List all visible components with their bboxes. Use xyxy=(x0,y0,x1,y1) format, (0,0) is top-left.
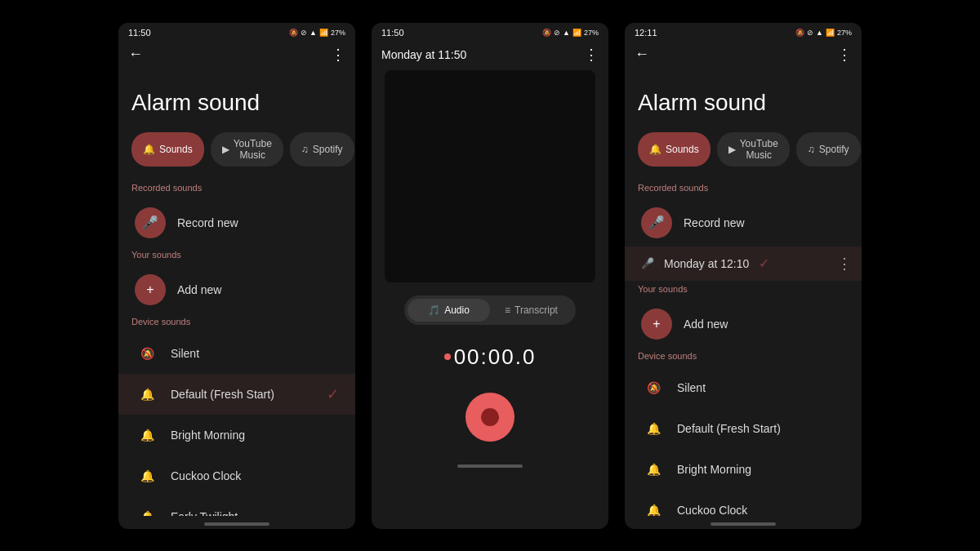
right-silent-label: Silent xyxy=(677,381,706,394)
right-sound-silent[interactable]: 🔕 Silent xyxy=(638,367,849,408)
sounds-tab[interactable]: 🔔 Sounds xyxy=(131,132,204,167)
middle-title: Monday at 11:50 xyxy=(381,48,466,61)
default-bell-icon: 🔔 xyxy=(135,382,159,407)
right-add-new[interactable]: + Add new xyxy=(638,300,849,348)
record-button[interactable] xyxy=(466,393,514,442)
recorded-more-icon[interactable]: ⋮ xyxy=(837,255,852,273)
home-indicator-left xyxy=(118,516,355,529)
right-add-btn[interactable]: + xyxy=(641,309,672,340)
recorded-item-label: Monday at 12:10 xyxy=(664,257,749,270)
add-new-button[interactable]: + xyxy=(135,274,166,305)
recorded-item-row[interactable]: 🎤 Monday at 12:10 ✓ ⋮ xyxy=(625,247,862,281)
recording-dark-area xyxy=(385,70,595,282)
audio-transcript-tabs: 🎵 Audio ≡ Transcript xyxy=(404,295,576,325)
spotify-tab[interactable]: ♫ Spotify xyxy=(290,132,354,167)
transcript-tab[interactable]: ≡ Transcript xyxy=(490,299,572,322)
right-device-sounds-label: Device sounds xyxy=(638,351,849,361)
spotify-icon: ♫ xyxy=(301,144,309,155)
youtube-music-tab[interactable]: ▶ YouTube Music xyxy=(211,132,283,167)
left-status-icons: 🔕 ⊘ ▲ 📶 27% xyxy=(289,29,345,37)
right-youtube-tab[interactable]: ▶ YouTube Music xyxy=(717,132,790,167)
left-status-bar: 11:50 🔕 ⊘ ▲ 📶 27% xyxy=(118,23,355,42)
left-page-title: Alarm sound xyxy=(131,90,342,116)
right-spotify-label: Spotify xyxy=(819,144,849,155)
right-youtube-label: YouTube Music xyxy=(740,138,778,161)
timer-display: 00:00.0 xyxy=(372,344,608,370)
sound-default[interactable]: 🔔 Default (Fresh Start) ✓ xyxy=(118,374,355,415)
right-sound-cuckoo[interactable]: 🔔 Cuckoo Clock xyxy=(638,490,849,516)
right-time: 12:11 xyxy=(635,28,657,38)
back-button[interactable]: ← xyxy=(128,46,143,63)
bright-morning-label: Bright Morning xyxy=(171,429,245,442)
record-new-item[interactable]: 🎤 Record new xyxy=(131,199,342,247)
spotify-tab-label: Spotify xyxy=(313,144,343,155)
audio-tab[interactable]: 🎵 Audio xyxy=(408,299,490,322)
middle-more-button[interactable]: ⋮ xyxy=(584,46,599,64)
left-tab-row: 🔔 Sounds ▶ YouTube Music ♫ Spotify xyxy=(131,132,342,167)
home-bar-right xyxy=(710,522,776,526)
right-sounds-tab[interactable]: 🔔 Sounds xyxy=(638,132,710,167)
right-sound-default[interactable]: 🔔 Default (Fresh Start) xyxy=(638,408,849,449)
sound-bright-morning[interactable]: 🔔 Bright Morning xyxy=(131,415,342,455)
your-sounds-label: Your sounds xyxy=(131,250,342,260)
recorded-sounds-label: Recorded sounds xyxy=(131,183,342,193)
timer-text: 00:00.0 xyxy=(454,344,537,370)
record-new-label: Record new xyxy=(177,216,238,229)
right-record-btn[interactable]: 🎤 xyxy=(641,207,672,238)
early-twilight-label: Early Twilight xyxy=(171,510,238,516)
right-sounds-tab-label: Sounds xyxy=(666,144,699,155)
right-spotify-tab[interactable]: ♫ Spotify xyxy=(796,132,861,167)
silent-label: Silent xyxy=(171,347,199,360)
sounds-tab-label: Sounds xyxy=(159,144,193,155)
right-record-new[interactable]: 🎤 Record new xyxy=(638,199,849,247)
right-spotify-icon: ♫ xyxy=(808,144,815,155)
right-status-bar: 12:11 🔕 ⊘ ▲ 📶 27% xyxy=(625,23,862,42)
youtube-icon: ▶ xyxy=(222,144,229,155)
right-default-label: Default (Fresh Start) xyxy=(677,422,781,435)
bright-bell-icon: 🔔 xyxy=(135,423,159,447)
cuckoo-bell-icon: 🔔 xyxy=(135,464,159,488)
home-bar-middle xyxy=(457,464,523,468)
home-bar-left xyxy=(204,522,270,526)
right-recorded-label: Recorded sounds xyxy=(638,183,849,193)
sound-cuckoo-clock[interactable]: 🔔 Cuckoo Clock xyxy=(131,455,342,496)
right-page-title: Alarm sound xyxy=(638,90,849,116)
selected-check-icon: ✓ xyxy=(327,385,339,403)
sound-early-twilight[interactable]: 🔔 Early Twilight xyxy=(131,496,342,516)
more-menu-button[interactable]: ⋮ xyxy=(331,46,345,64)
right-phone: 12:11 🔕 ⊘ ▲ 📶 27% ← ⋮ Alarm sound 🔔 Soun… xyxy=(625,23,862,529)
left-time: 11:50 xyxy=(128,28,151,38)
record-button-inner xyxy=(481,408,499,426)
middle-phone: 11:50 🔕 ⊘ ▲ 📶 27% Monday at 11:50 ⋮ 🎵 Au… xyxy=(372,23,608,529)
right-more-button[interactable]: ⋮ xyxy=(837,46,852,64)
sound-silent[interactable]: 🔕 Silent xyxy=(131,333,342,374)
right-add-new-label: Add new xyxy=(684,318,728,331)
audio-tab-label: Audio xyxy=(444,304,470,316)
record-button-container xyxy=(372,393,608,442)
right-tab-row: 🔔 Sounds ▶ YouTube Music ♫ Spotify xyxy=(638,132,849,167)
left-content: Alarm sound 🔔 Sounds ▶ YouTube Music ♫ S… xyxy=(118,70,355,516)
middle-status-bar: 11:50 🔕 ⊘ ▲ 📶 27% xyxy=(372,23,608,42)
right-sounds-icon: 🔔 xyxy=(649,144,662,155)
right-cuckoo-label: Cuckoo Clock xyxy=(677,504,747,516)
transcript-icon: ≡ xyxy=(505,304,510,316)
home-indicator-right xyxy=(625,516,862,529)
transcript-tab-label: Transcript xyxy=(514,304,558,316)
twilight-bell-icon: 🔔 xyxy=(135,504,159,516)
sounds-tab-icon: 🔔 xyxy=(143,144,155,155)
right-status-icons: 🔕 ⊘ ▲ 📶 27% xyxy=(795,29,852,37)
middle-top-bar: Monday at 11:50 ⋮ xyxy=(372,42,608,70)
add-new-item[interactable]: + Add new xyxy=(131,266,342,313)
right-back-button[interactable]: ← xyxy=(635,46,649,63)
record-new-button[interactable]: 🎤 xyxy=(135,207,166,238)
middle-status-icons: 🔕 ⊘ ▲ 📶 27% xyxy=(542,29,599,37)
audio-wave-icon: 🎵 xyxy=(428,304,440,316)
right-top-bar: ← ⋮ xyxy=(625,42,862,70)
cuckoo-clock-label: Cuckoo Clock xyxy=(171,469,241,482)
right-sound-bright-morning[interactable]: 🔔 Bright Morning xyxy=(638,449,849,490)
silent-bell-icon: 🔕 xyxy=(135,341,159,366)
home-indicator-middle xyxy=(372,458,608,471)
right-silent-icon: 🔕 xyxy=(641,375,666,400)
middle-time: 11:50 xyxy=(381,28,404,38)
add-new-label: Add new xyxy=(177,283,221,296)
